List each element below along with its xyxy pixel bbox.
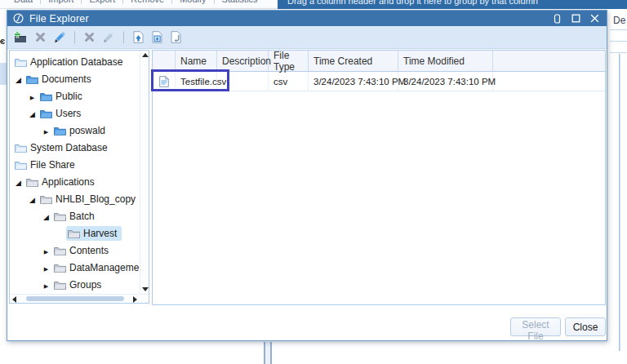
grid-line — [610, 52, 627, 53]
folder-icon — [15, 143, 27, 153]
expander-collapsed-icon[interactable] — [26, 91, 38, 102]
column-header-filler — [493, 51, 605, 71]
maximize-icon[interactable] — [571, 14, 580, 23]
dialog-titlebar[interactable]: File Explorer — [7, 11, 607, 26]
tree-item-label: Groups — [69, 279, 101, 291]
expander-collapsed-icon[interactable] — [40, 245, 52, 256]
column-header-file-type[interactable]: File Type — [269, 51, 309, 71]
upload-file-icon[interactable] — [133, 31, 144, 43]
close-button[interactable]: Close — [565, 317, 606, 336]
column-header-time-modified[interactable]: Time Modified — [398, 51, 493, 71]
file-row-testfile[interactable]: Testfile.csv csv 3/24/2023 7:43:10 PM 3/… — [153, 72, 605, 91]
tree-item-file-share[interactable]: File Share — [10, 156, 140, 173]
folder-icon — [15, 57, 27, 67]
tree-item-groups[interactable]: Groups — [10, 276, 140, 293]
file-row-filler — [493, 72, 605, 91]
dialog-title: File Explorer — [29, 13, 547, 24]
delete-file-icon[interactable] — [84, 32, 95, 42]
file-type-icon — [153, 72, 176, 91]
tree-item-harvest[interactable]: Harvest — [10, 224, 140, 242]
expander-expanded-icon[interactable] — [26, 108, 38, 119]
column-header-description[interactable]: Description — [217, 51, 269, 71]
tree-item-label: Harvest — [83, 228, 117, 239]
folder-icon — [40, 194, 52, 204]
menu-item[interactable]: Export — [81, 0, 122, 4]
file-description-cell — [217, 72, 269, 91]
column-header-icon[interactable] — [153, 51, 176, 71]
grid-line — [610, 29, 627, 30]
edit-file-icon[interactable] — [103, 32, 114, 43]
menu-item[interactable]: Data — [7, 0, 40, 4]
grid-line — [610, 41, 627, 42]
scrollbar-thumb[interactable] — [26, 296, 124, 301]
folder-icon — [26, 74, 38, 84]
check-in-file-icon[interactable] — [152, 31, 162, 43]
tree-item-label: NHLBI_Blog_copy — [56, 193, 136, 205]
tree-item-label: DataManagemen — [69, 262, 145, 273]
tree-item-label: File Share — [30, 159, 75, 171]
add-folder-icon[interactable] — [13, 31, 27, 43]
scroll-down-icon[interactable] — [142, 287, 149, 291]
screen: Data Import Export Remove Modify Statist… — [0, 0, 627, 364]
tree-horizontal-scrollbar[interactable] — [10, 294, 149, 303]
background-column-header: De — [613, 15, 625, 26]
group-by-hint: Drag a column header and drop it here to… — [287, 0, 538, 6]
background-column-border — [264, 342, 272, 364]
menu-item[interactable]: Remove — [122, 0, 171, 4]
files-grid-panel: Name Description File Type Time Created … — [152, 50, 606, 305]
dialog-toolbar — [7, 26, 607, 49]
tree-item-nhlbi-blog-copy[interactable]: NHLBI_Blog_copy — [10, 190, 140, 207]
tree-item-public[interactable]: Public — [10, 87, 140, 104]
file-type-cell: csv — [269, 72, 309, 91]
scroll-up-icon[interactable] — [142, 53, 149, 57]
file-time-created-cell: 3/24/2023 7:43:10 PM — [309, 72, 398, 91]
tree-item-label: Applications — [42, 176, 95, 188]
expander-collapsed-icon[interactable] — [40, 279, 52, 291]
select-file-button[interactable]: Select File — [510, 317, 561, 336]
expander-expanded-icon[interactable] — [12, 176, 24, 188]
close-icon[interactable] — [590, 14, 599, 23]
folder-tree-panel: Application Database Documents Public Us… — [9, 50, 149, 304]
tree-item-label: Batch — [69, 211, 95, 222]
app-logo-icon — [13, 13, 24, 24]
revert-file-icon[interactable] — [171, 31, 182, 43]
scroll-right-icon[interactable] — [133, 296, 137, 303]
file-name-cell[interactable]: Testfile.csv — [176, 72, 217, 91]
tree-item-datamanagement[interactable]: DataManagemen — [10, 259, 140, 276]
scroll-left-icon[interactable] — [12, 296, 16, 303]
tree-item-batch[interactable]: Batch — [10, 207, 140, 224]
group-by-drop-zone[interactable]: Drag a column header and drop it here to… — [278, 0, 627, 9]
folder-icon — [54, 126, 66, 135]
edit-folder-icon[interactable] — [54, 32, 65, 43]
menu-item[interactable]: Statistics — [214, 0, 265, 4]
delete-folder-icon[interactable] — [35, 32, 46, 42]
tree-item-users[interactable]: Users — [10, 104, 140, 122]
expander-collapsed-icon[interactable] — [40, 262, 52, 273]
tree-item-applications[interactable]: Applications — [10, 173, 140, 190]
folder-icon — [54, 246, 66, 255]
menu-item[interactable]: Import — [40, 0, 81, 4]
tree-item-application-database[interactable]: Application Database — [10, 53, 140, 70]
grid-header-row: Name Description File Type Time Created … — [153, 51, 605, 72]
tree-item-label: Contents — [69, 245, 109, 256]
background-fragment — [0, 41, 3, 42]
column-header-time-created[interactable]: Time Created — [309, 51, 398, 71]
expander-expanded-icon[interactable] — [40, 211, 52, 222]
tree-item-system-database[interactable]: System Database — [10, 139, 140, 156]
folder-icon — [54, 280, 66, 290]
menu-item[interactable]: Modify — [171, 0, 213, 4]
pin-icon[interactable] — [553, 14, 562, 24]
folder-icon — [15, 160, 27, 170]
expander-expanded-icon[interactable] — [12, 73, 24, 85]
tree-item-documents[interactable]: Documents — [10, 70, 140, 87]
tree-item-contents[interactable]: Contents — [10, 242, 140, 259]
tree-item-label: poswald — [69, 125, 105, 136]
expander-collapsed-icon[interactable] — [40, 125, 52, 136]
expander-expanded-icon[interactable] — [26, 193, 38, 205]
column-header-name[interactable]: Name — [176, 51, 217, 71]
folder-icon — [54, 211, 66, 221]
tree-item-label: Public — [56, 91, 82, 102]
folder-icon — [68, 229, 80, 238]
tree-item-poswald[interactable]: poswald — [10, 122, 140, 139]
tree-vertical-scrollbar[interactable] — [140, 51, 149, 294]
